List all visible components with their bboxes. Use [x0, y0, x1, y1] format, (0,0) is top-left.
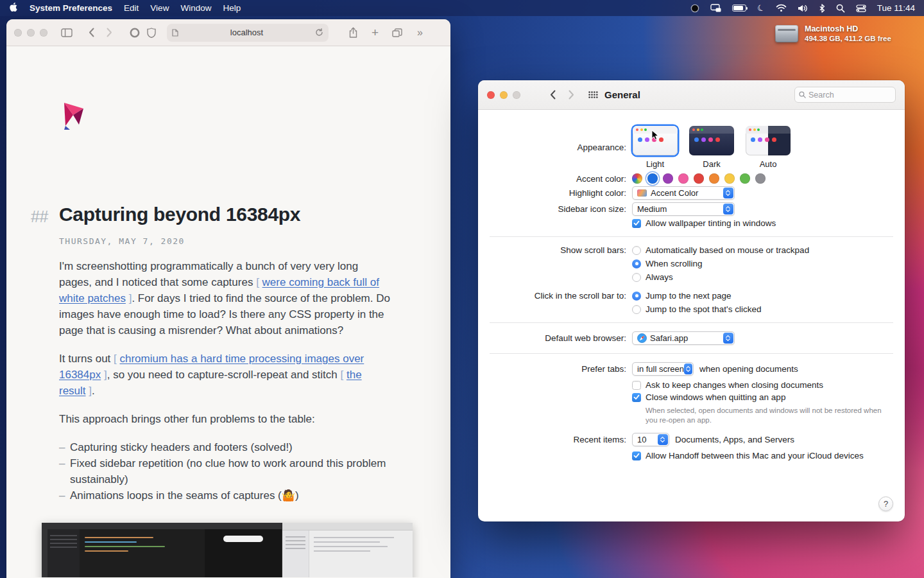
- bluetooth-icon[interactable]: [819, 4, 825, 13]
- radio-always[interactable]: Always: [632, 272, 809, 282]
- prefer-tabs-select[interactable]: in full screen: [632, 362, 694, 376]
- select-arrows-icon: [723, 188, 733, 198]
- menu-clock[interactable]: Tue 11:44: [877, 3, 915, 13]
- paragraph-2: It turns out [ chromium has a hard time …: [59, 351, 390, 399]
- ask-keep-changes-label: Ask to keep changes when closing documen…: [646, 380, 823, 390]
- close-button[interactable]: [487, 91, 495, 99]
- zoom-button[interactable]: [513, 91, 520, 99]
- bracket: ]: [126, 292, 132, 304]
- menu-window[interactable]: Window: [180, 3, 211, 13]
- highlight-color-select[interactable]: Accent Color: [632, 186, 735, 200]
- disk-name: Macintosh HD: [805, 24, 891, 33]
- disk-free-space: 494.38 GB, 411.2 GB free: [805, 35, 891, 42]
- new-tab-button[interactable]: +: [372, 26, 379, 39]
- forward-button[interactable]: [107, 28, 112, 37]
- recent-items-value: 10: [637, 435, 646, 444]
- battery-icon[interactable]: [732, 4, 746, 12]
- extension-badge-icon[interactable]: [130, 28, 140, 38]
- show-all-button[interactable]: [588, 91, 598, 98]
- spotlight-search-icon[interactable]: [836, 4, 845, 13]
- do-not-disturb-icon[interactable]: ☾: [756, 3, 766, 13]
- radio-icon: [632, 273, 641, 282]
- scroll-bar-click-label: Click in the scroll bar to:: [490, 291, 632, 301]
- default-browser-select[interactable]: Safari.app: [632, 331, 735, 345]
- list-item-text: Capturing sticky headers and footers (so…: [70, 439, 293, 455]
- accent-swatch-yellow[interactable]: [724, 173, 735, 184]
- address-bar[interactable]: localhost: [167, 24, 329, 42]
- appearance-label: Appearance:: [490, 143, 632, 152]
- paragraph-3: This approach brings other fun problems …: [59, 411, 390, 427]
- radio-jump-to-spot[interactable]: Jump to the spot that's clicked: [632, 304, 761, 314]
- blog-logo[interactable]: [59, 99, 89, 131]
- accent-swatch-purple[interactable]: [663, 173, 673, 184]
- menu-view[interactable]: View: [150, 3, 169, 13]
- radio-label: Automatically based on mouse or trackpad: [646, 245, 809, 255]
- share-button[interactable]: [348, 27, 358, 38]
- default-browser-row: Default web browser: Safari.app: [478, 331, 905, 345]
- recent-items-select[interactable]: 10: [632, 433, 669, 446]
- screen-record-icon[interactable]: [690, 4, 699, 13]
- search-field[interactable]: [794, 87, 896, 103]
- handoff-checkbox[interactable]: [632, 451, 641, 460]
- control-center-icon[interactable]: [856, 4, 866, 12]
- close-windows-row: Close windows when quitting an app: [478, 392, 905, 402]
- apple-icon: [9, 2, 18, 12]
- volume-icon[interactable]: [798, 4, 808, 12]
- menu-help[interactable]: Help: [223, 3, 241, 13]
- close-windows-checkbox[interactable]: [632, 393, 641, 402]
- radio-jump-next-page[interactable]: Jump to the next page: [632, 291, 761, 301]
- minimize-button[interactable]: [500, 91, 508, 99]
- toolbar-overflow-button[interactable]: »: [417, 27, 423, 39]
- shield-extension-icon[interactable]: [147, 28, 156, 38]
- desktop-disk[interactable]: Macintosh HD 494.38 GB, 411.2 GB free: [775, 24, 891, 42]
- accent-swatch-multicolor[interactable]: [632, 173, 642, 184]
- bracket: [: [256, 276, 262, 288]
- appearance-option-auto[interactable]: Auto: [745, 126, 791, 169]
- safari-page: ##Capturing beyond 16384px THURSDAY, MAY…: [6, 46, 450, 577]
- close-button[interactable]: [14, 29, 22, 37]
- appearance-row: Appearance: Light: [478, 126, 905, 169]
- display-mirroring-icon[interactable]: [710, 4, 721, 12]
- back-button[interactable]: [550, 90, 556, 100]
- ask-keep-changes-checkbox[interactable]: [632, 381, 641, 390]
- reload-button[interactable]: [315, 28, 323, 37]
- handoff-label: Allow Handoff between this Mac and your …: [646, 451, 864, 460]
- wallpaper-tinting-label: Allow wallpaper tinting in windows: [646, 218, 776, 228]
- radio-label: Always: [646, 272, 673, 282]
- radio-when-scrolling[interactable]: When scrolling: [632, 259, 809, 268]
- ask-keep-changes-row: Ask to keep changes when closing documen…: [478, 380, 905, 390]
- wifi-icon[interactable]: [776, 4, 787, 12]
- help-button[interactable]: ?: [878, 496, 893, 511]
- tab-overview-button[interactable]: [392, 28, 402, 37]
- radio-icon: [632, 292, 641, 301]
- forward-button[interactable]: [569, 90, 574, 100]
- screenshot-finder-window: [282, 523, 413, 577]
- back-button[interactable]: [89, 28, 94, 37]
- accent-swatch-green[interactable]: [740, 173, 750, 184]
- accent-swatch-orange[interactable]: [709, 173, 719, 184]
- appearance-option-light[interactable]: Light: [632, 126, 678, 169]
- accent-swatch-pink[interactable]: [678, 173, 689, 184]
- radio-icon: [632, 246, 641, 255]
- radio-automatically[interactable]: Automatically based on mouse or trackpad: [632, 245, 809, 255]
- appearance-option-dark[interactable]: Dark: [689, 126, 735, 169]
- sidebar-size-select[interactable]: Medium: [632, 202, 735, 216]
- accent-swatch-graphite[interactable]: [755, 173, 766, 184]
- menu-edit[interactable]: Edit: [124, 3, 139, 13]
- accent-swatch-blue[interactable]: [647, 173, 658, 184]
- show-scroll-bars-label: Show scroll bars:: [490, 245, 632, 255]
- close-windows-note: When selected, open documents and window…: [646, 406, 884, 425]
- paragraph-1: I'm screenshotting programmatically a bu…: [59, 258, 390, 338]
- close-windows-note-row: When selected, open documents and window…: [478, 405, 905, 425]
- sidebar-toggle-button[interactable]: [61, 28, 73, 37]
- zoom-button[interactable]: [40, 29, 47, 37]
- minimize-button[interactable]: [27, 29, 35, 37]
- apple-menu[interactable]: [9, 2, 18, 14]
- wallpaper-tinting-checkbox[interactable]: [632, 219, 641, 228]
- search-input[interactable]: [809, 91, 891, 100]
- p2-text-3: .: [92, 385, 95, 397]
- menu-bar: System Preferences Edit View Window Help…: [0, 0, 924, 16]
- menu-app-name[interactable]: System Preferences: [30, 3, 112, 13]
- accent-swatch-red[interactable]: [694, 173, 704, 184]
- post-date: THURSDAY, MAY 7, 2020: [59, 236, 390, 246]
